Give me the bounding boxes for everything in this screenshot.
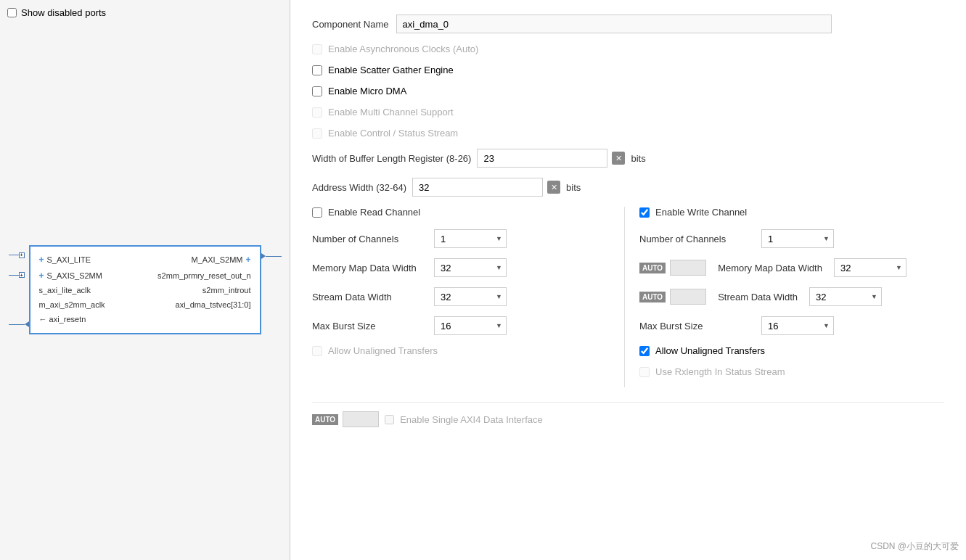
multi-channel-checkbox[interactable] <box>312 107 322 118</box>
write-stream-width-select[interactable]: 32 64 <box>809 287 882 306</box>
enable-read-checkbox[interactable] <box>312 207 322 218</box>
read-max-burst-label: Max Burst Size <box>312 321 428 332</box>
s-axi-lite-icon: + <box>39 252 44 268</box>
multi-channel-row: Enable Multi Channel Support <box>312 107 944 118</box>
write-stream-width-row: AUTO Stream Data Width 32 64 <box>639 287 944 306</box>
micro-dma-checkbox[interactable] <box>312 86 322 96</box>
left-panel: Show disabled ports + + <box>0 0 290 560</box>
address-width-label: Address Width (32-64) <box>312 182 406 193</box>
async-clocks-label: Enable Asynchronous Clocks (Auto) <box>328 44 478 54</box>
watermark: CSDN @小豆的大可爱 <box>870 540 959 553</box>
component-name-row: Component Name <box>312 15 944 33</box>
scatter-gather-label: Enable Scatter Gather Engine <box>328 65 454 75</box>
buffer-length-row: Width of Buffer Length Register (8-26) ✕… <box>312 149 944 168</box>
control-status-label: Enable Control / Status Stream <box>328 128 458 139</box>
multi-channel-label: Enable Multi Channel Support <box>328 107 454 118</box>
read-stream-width-select[interactable]: 32 64 <box>434 287 507 306</box>
s2mm-introut-label: s2mm_introut <box>202 284 251 298</box>
read-num-channels-select[interactable]: 1 2 4 <box>434 229 507 248</box>
control-status-row: Enable Control / Status Stream <box>312 128 944 139</box>
component-name-input[interactable] <box>396 15 832 33</box>
s-axi-lite-label: S_AXI_LITE <box>47 253 91 268</box>
write-allow-unaligned-label: Allow Unaligned Transfers <box>655 345 765 356</box>
m-axi-s2mm-label: M_AXI_S2MM <box>192 253 243 268</box>
address-width-input[interactable] <box>412 178 543 197</box>
address-width-row: Address Width (32-64) ✕ bits <box>312 178 944 197</box>
read-max-burst-select-wrapper: 16 32 <box>434 316 507 335</box>
write-stream-width-auto-field <box>670 289 706 305</box>
read-channel-header: Enable Read Channel <box>312 207 617 218</box>
show-disabled-row: Show disabled ports <box>7 7 282 18</box>
enable-write-checkbox[interactable] <box>639 207 650 218</box>
buffer-length-unit: bits <box>631 153 645 164</box>
buffer-length-label: Width of Buffer Length Register (8-26) <box>312 153 471 164</box>
write-mem-width-row: AUTO Memory Map Data Width 32 64 <box>639 258 944 277</box>
read-channel-section: Enable Read Channel Number of Channels 1… <box>312 207 624 387</box>
show-disabled-label: Show disabled ports <box>21 7 106 18</box>
read-max-burst-row: Max Burst Size 16 32 <box>312 316 617 335</box>
write-mem-width-label: Memory Map Data Width <box>718 263 822 273</box>
read-stream-width-select-wrapper: 32 64 <box>434 287 507 306</box>
bottom-auto-wrapper: AUTO <box>312 411 379 427</box>
write-rxlength-row: Use Rxlength In Status Stream <box>639 366 944 377</box>
bottom-auto-badge: AUTO <box>312 414 338 425</box>
s-axis-s2mm-label: S_AXIS_S2MM <box>47 269 102 284</box>
write-max-burst-select[interactable]: 16 32 <box>761 316 834 335</box>
m-axi-s2mm-icon: + <box>245 252 250 268</box>
port-row-5: ← axi_resetn <box>39 313 251 327</box>
write-mem-width-auto-field <box>670 260 706 276</box>
single-axi-checkbox[interactable] <box>385 415 394 424</box>
buffer-length-clear-btn[interactable]: ✕ <box>612 152 625 165</box>
single-axi-label: Enable Single AXI4 Data Interface <box>400 414 543 425</box>
async-clocks-row: Enable Asynchronous Clocks (Auto) <box>312 44 944 54</box>
write-allow-unaligned-row: Allow Unaligned Transfers <box>639 345 944 356</box>
write-rxlength-label: Use Rxlength In Status Stream <box>655 366 785 377</box>
read-stream-width-label: Stream Data Width <box>312 292 428 302</box>
bottom-row: AUTO Enable Single AXI4 Data Interface <box>312 402 944 427</box>
write-allow-unaligned-checkbox[interactable] <box>639 346 650 356</box>
port-row-4: m_axi_s2mm_aclk axi_dma_tstvec[31:0] <box>39 298 251 313</box>
s-axi-lite-aclk-label: s_axi_lite_aclk <box>39 284 91 298</box>
enable-read-label: Enable Read Channel <box>328 207 420 218</box>
read-allow-unaligned-row: Allow Unaligned Transfers <box>312 345 617 356</box>
write-num-channels-label: Number of Channels <box>639 234 756 244</box>
write-mem-width-select[interactable]: 32 64 <box>834 258 906 277</box>
axi-resetn-label: ← axi_resetn <box>39 313 86 327</box>
read-max-burst-select[interactable]: 16 32 <box>434 316 507 335</box>
port-row-2: + S_AXIS_S2MM s2mm_prmry_reset_out_n <box>39 268 251 284</box>
write-mem-width-auto-badge: AUTO <box>639 263 666 273</box>
component-box: + S_AXI_LITE M_AXI_S2MM + + S_AXIS_S2MM … <box>29 245 261 334</box>
write-stream-width-auto-badge: AUTO <box>639 292 666 302</box>
show-disabled-checkbox[interactable] <box>7 8 17 17</box>
bottom-auto-field <box>343 411 379 427</box>
axi-dma-tstvec-label: axi_dma_tstvec[31:0] <box>176 298 251 313</box>
channels-container: Enable Read Channel Number of Channels 1… <box>312 207 944 387</box>
write-num-channels-select[interactable]: 1 2 <box>761 229 834 248</box>
address-width-input-wrapper: ✕ <box>412 178 560 197</box>
write-stream-width-label: Stream Data Width <box>718 292 798 302</box>
scatter-gather-checkbox[interactable] <box>312 65 322 75</box>
write-rxlength-checkbox[interactable] <box>639 367 650 377</box>
enable-write-label: Enable Write Channel <box>655 207 747 218</box>
write-stream-width-select-wrapper: 32 64 <box>809 287 882 306</box>
read-mem-width-select[interactable]: 32 64 <box>434 258 507 277</box>
component-name-label: Component Name <box>312 19 389 30</box>
write-mem-width-select-wrapper: 32 64 <box>834 258 906 277</box>
write-max-burst-row: Max Burst Size 16 32 <box>639 316 944 335</box>
read-stream-width-row: Stream Data Width 32 64 <box>312 287 617 306</box>
read-allow-unaligned-checkbox[interactable] <box>312 346 322 356</box>
read-mem-width-select-wrapper: 32 64 <box>434 258 507 277</box>
m-axi-s2mm-aclk-label: m_axi_s2mm_aclk <box>39 298 105 313</box>
read-allow-unaligned-label: Allow Unaligned Transfers <box>328 345 438 356</box>
buffer-length-input[interactable] <box>477 149 607 168</box>
address-width-clear-btn[interactable]: ✕ <box>547 181 560 194</box>
buffer-length-input-wrapper: ✕ <box>477 149 625 168</box>
write-num-channels-select-wrapper: 1 2 <box>761 229 834 248</box>
scatter-gather-row: Enable Scatter Gather Engine <box>312 65 944 75</box>
control-status-checkbox[interactable] <box>312 128 322 139</box>
async-clocks-checkbox[interactable] <box>312 44 322 54</box>
read-num-channels-select-wrapper: 1 2 4 <box>434 229 507 248</box>
port-row-1: + S_AXI_LITE M_AXI_S2MM + <box>39 252 251 268</box>
diagram-area: + + + S_AXI_LITE <box>7 27 282 553</box>
address-width-unit: bits <box>566 182 581 193</box>
